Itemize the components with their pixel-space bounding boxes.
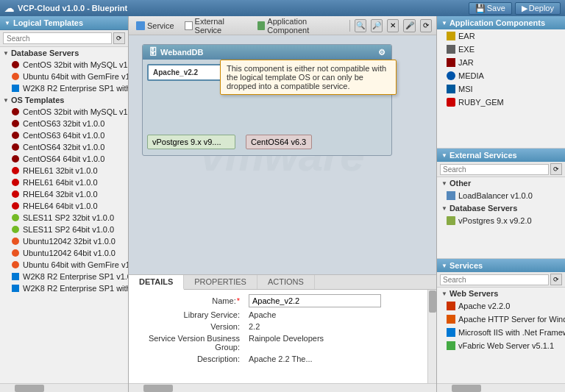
centos-icon — [10, 107, 21, 117]
list-item[interactable]: SLES11 SP2 64bit v1.0.0 — [0, 224, 128, 235]
external-search-input[interactable] — [440, 164, 549, 175]
left-search-button[interactable]: ⟳ — [113, 32, 125, 44]
list-item[interactable]: Ubuntu 64bit with GemFire v1.0.0 — [0, 259, 128, 271]
bottom-hscroll-thumb[interactable] — [143, 385, 173, 392]
list-item[interactable]: LoadBalancer v1.0.0 — [437, 189, 565, 202]
service-type-icon — [136, 21, 145, 30]
left-panel: ▼ Logical Templates ⟳ ▼ Database Servers… — [0, 16, 129, 392]
list-item[interactable]: RHEL64 64bit v1.0.0 — [0, 200, 128, 212]
list-item[interactable]: Ubuntu12042 32bit v1.0.0 — [0, 235, 128, 247]
database-servers-header[interactable]: ▼ Database Servers — [0, 47, 128, 59]
vpostgres-box[interactable]: vPostgres 9.x v9.... — [147, 135, 235, 149]
list-item[interactable]: Apache HTTP Server for Window — [437, 313, 565, 326]
list-item[interactable]: CentOS 32bit with MySQL v1.0.0 — [0, 59, 128, 71]
save-icon: 💾 — [475, 4, 486, 13]
center-panel: Service External Service Application Com… — [129, 16, 436, 392]
list-item[interactable]: EAR — [437, 29, 565, 43]
external-search-button[interactable]: ⟳ — [550, 163, 562, 175]
service-toolbar-item: Service — [133, 21, 177, 31]
list-item[interactable]: RHEL61 64bit v1.0.0 — [0, 177, 128, 188]
external-services-content: ▼ Other LoadBalancer v1.0.0 ▼ Database S… — [437, 177, 565, 258]
web-servers-group: ▼ Web Servers — [437, 288, 565, 299]
bottom-vscroll[interactable] — [427, 290, 436, 383]
group-arrow-icon: ▼ — [441, 291, 447, 297]
app-components-header: ▼ Application Components — [437, 16, 565, 29]
list-item[interactable]: W2K8 R2 Enterprise SP1 with SQL Se — [0, 282, 128, 294]
left-panel-header: ▼ Logical Templates — [0, 16, 128, 30]
db-servers-group: ▼ Database Servers — [437, 202, 565, 214]
title-bar: ☁ VCP-Cloud v1.0.0 - Blueprint 💾 Save ▶ … — [0, 0, 565, 16]
list-item[interactable]: CentOS63 64bit v1.0.0 — [0, 129, 128, 141]
tab-actions[interactable]: ACTIONS — [257, 275, 315, 289]
list-item[interactable]: CentOS 32bit with MySQL v1.0.0 — [0, 106, 128, 118]
list-item[interactable]: RHEL64 32bit v1.0.0 — [0, 188, 128, 200]
right-panel: ▼ Application Components EAR EXE JAR — [436, 16, 565, 392]
lb-icon — [446, 190, 456, 201]
list-item[interactable]: MSI — [437, 82, 565, 96]
component-box[interactable]: Apache_v2.2 — [147, 64, 228, 81]
windows-icon — [10, 283, 21, 293]
list-item[interactable]: W2K8 R2 Enterprise SP1 v1.0.0 — [0, 271, 128, 282]
list-item[interactable]: RUBY_GEM — [437, 96, 565, 109]
list-item[interactable]: Apache v2.2.0 — [437, 299, 565, 313]
ubuntu-icon — [10, 248, 21, 258]
error-tooltip: This component is either not compatible … — [220, 60, 397, 95]
bottom-panel: DETAILS PROPERTIES ACTIONS Name: Library… — [129, 274, 436, 392]
list-item[interactable]: CentOS63 32bit v1.0.0 — [0, 118, 128, 129]
services-search-button[interactable]: ⟳ — [550, 274, 562, 285]
list-item[interactable]: CentOS64 32bit v1.0.0 — [0, 141, 128, 153]
list-item[interactable]: EXE — [437, 43, 565, 56]
canvas-area[interactable]: vmware 🗄 WebandDB ⚙ Apache_v2.2 This com… — [129, 35, 436, 274]
bottom-hscroll[interactable] — [129, 383, 436, 392]
main-container: ▼ Logical Templates ⟳ ▼ Database Servers… — [0, 16, 565, 392]
group-arrow-icon: ▼ — [441, 180, 447, 187]
list-item[interactable]: Ubuntu12042 64bit v1.0.0 — [0, 247, 128, 259]
tab-details[interactable]: DETAILS — [129, 275, 184, 290]
list-item[interactable]: JAR — [437, 56, 565, 69]
list-item[interactable]: SLES11 SP2 32bit v1.0.0 — [0, 212, 128, 224]
external-services-search: ⟳ — [437, 162, 565, 177]
mic-button[interactable]: 🎤 — [403, 19, 415, 32]
save-button[interactable]: 💾 Save — [469, 2, 512, 15]
list-item[interactable]: vFabric Web Server v5.1.1 — [437, 339, 565, 352]
iis-icon — [446, 327, 456, 338]
tab-properties[interactable]: PROPERTIES — [184, 275, 257, 289]
sles-icon — [10, 213, 21, 223]
list-item[interactable]: MEDIA — [437, 69, 565, 82]
description-value: Apache 2.2 The... — [249, 354, 313, 363]
name-label: Name: — [136, 296, 243, 305]
services-search-input[interactable] — [440, 274, 549, 285]
zoom-out-button[interactable]: 🔎 — [371, 19, 383, 32]
list-item[interactable]: Ubuntu 64bit with GemFire v1.0.0 — [0, 71, 128, 82]
left-hscroll-thumb[interactable] — [15, 385, 44, 392]
vpg-icon — [446, 215, 456, 226]
service-content: Apache_v2.2 This component is either not… — [143, 60, 391, 155]
external-service-toolbar-item: External Service — [182, 16, 250, 35]
zoom-in-button[interactable]: 🔍 — [355, 19, 366, 32]
close-button[interactable]: ✕ — [387, 19, 399, 32]
list-item[interactable]: Microsoft IIS with .Net Framewo — [437, 326, 565, 339]
refresh-button[interactable]: ⟳ — [420, 19, 432, 32]
form-row-description: Description: Apache 2.2 The... — [136, 354, 420, 363]
list-item[interactable]: CentOS64 64bit v1.0.0 — [0, 153, 128, 165]
version-label: Version: — [136, 322, 243, 331]
left-hscroll[interactable] — [0, 383, 128, 392]
list-item[interactable]: W2K8 R2 Enterprise SP1 with SQL Se — [0, 82, 128, 94]
list-item[interactable]: vPostgres 9.x v9.2.0 — [437, 214, 565, 227]
left-tree-container: ▼ Database Servers CentOS 32bit with MyS… — [0, 47, 128, 383]
name-input[interactable] — [249, 294, 381, 307]
other-group: ▼ Other — [437, 177, 565, 189]
bottom-vscroll-thumb[interactable] — [429, 291, 436, 313]
services-hscroll-thumb[interactable] — [452, 385, 481, 392]
rhel-icon — [10, 177, 21, 188]
exe-icon — [446, 44, 456, 54]
list-item[interactable]: RHEL61 32bit v1.0.0 — [0, 165, 128, 177]
left-search-input[interactable] — [3, 32, 112, 44]
centos-box[interactable]: CentOS64 v6.3 — [246, 135, 312, 149]
os-templates-header[interactable]: ▼ OS Templates — [0, 94, 128, 106]
app-title: VCP-Cloud v1.0.0 - Blueprint — [18, 4, 127, 13]
services-search: ⟳ — [437, 272, 565, 288]
deploy-button[interactable]: ▶ Deploy — [515, 2, 561, 15]
form-row-svbg: Service Version Business Group: Rainpole… — [136, 334, 420, 352]
services-hscroll[interactable] — [437, 383, 565, 392]
